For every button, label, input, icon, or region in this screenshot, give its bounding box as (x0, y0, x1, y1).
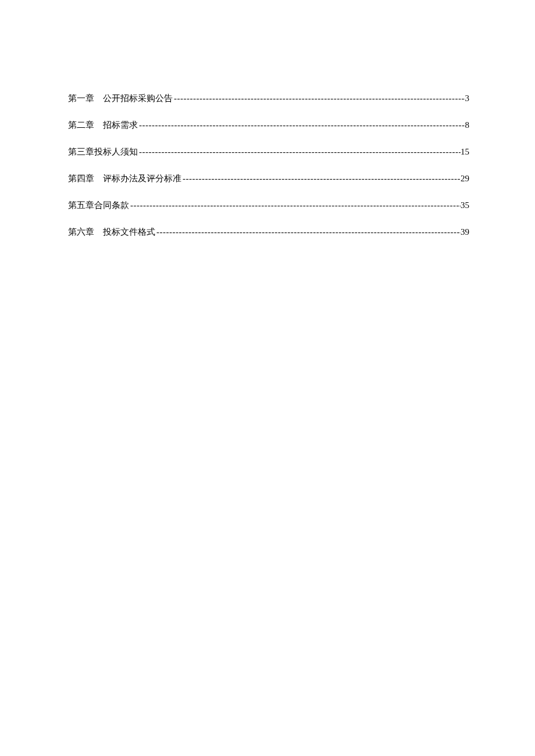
toc-entry: 第四章评标办法及评分标准 29 (68, 173, 469, 184)
toc-leader (138, 147, 461, 157)
toc-title: 公开招标采购公告 (103, 94, 173, 103)
toc-title: 投标文件格式 (103, 227, 155, 237)
toc-page: 29 (461, 174, 469, 184)
toc-chapter: 第一章 (68, 94, 94, 103)
toc-page: 39 (461, 227, 469, 237)
toc-title: 合同条款 (94, 200, 129, 210)
toc-chapter: 第三章 (68, 147, 94, 156)
toc-chapter: 第四章 (68, 174, 94, 183)
toc-page: 3 (465, 94, 470, 103)
toc-page: 35 (461, 200, 469, 210)
toc-entry: 第二章招标需求 8 (68, 120, 469, 131)
toc-page: 8 (465, 120, 470, 130)
toc-leader (155, 227, 461, 237)
toc-label: 第六章投标文件格式 (68, 227, 155, 238)
toc-entry: 第五章合同条款 35 (68, 200, 469, 211)
toc-label: 第四章评标办法及评分标准 (68, 173, 181, 184)
toc-label: 第二章招标需求 (68, 120, 138, 131)
toc-chapter: 第六章 (68, 227, 94, 237)
toc-title: 招标需求 (103, 120, 138, 130)
toc-chapter: 第五章 (68, 200, 94, 210)
toc-entry: 第一章公开招标采购公告 3 (68, 93, 469, 104)
toc-label: 第一章公开招标采购公告 (68, 93, 173, 104)
toc-label: 第三章投标人须知 (68, 146, 138, 157)
toc-leader (173, 94, 465, 103)
toc-title: 评标办法及评分标准 (103, 174, 181, 183)
toc-title: 投标人须知 (94, 147, 138, 156)
toc-page: 15 (461, 147, 469, 157)
toc-leader (138, 120, 465, 130)
toc-leader (181, 174, 461, 184)
toc-leader (129, 200, 461, 210)
toc-label: 第五章合同条款 (68, 200, 129, 211)
toc-chapter: 第二章 (68, 120, 94, 130)
table-of-contents: 第一章公开招标采购公告 3 第二章招标需求 8 第三章投标人须知 15 第四章评… (68, 93, 469, 238)
toc-entry: 第三章投标人须知 15 (68, 146, 469, 157)
toc-entry: 第六章投标文件格式 39 (68, 227, 469, 238)
page-content: 第一章公开招标采购公告 3 第二章招标需求 8 第三章投标人须知 15 第四章评… (0, 0, 535, 238)
